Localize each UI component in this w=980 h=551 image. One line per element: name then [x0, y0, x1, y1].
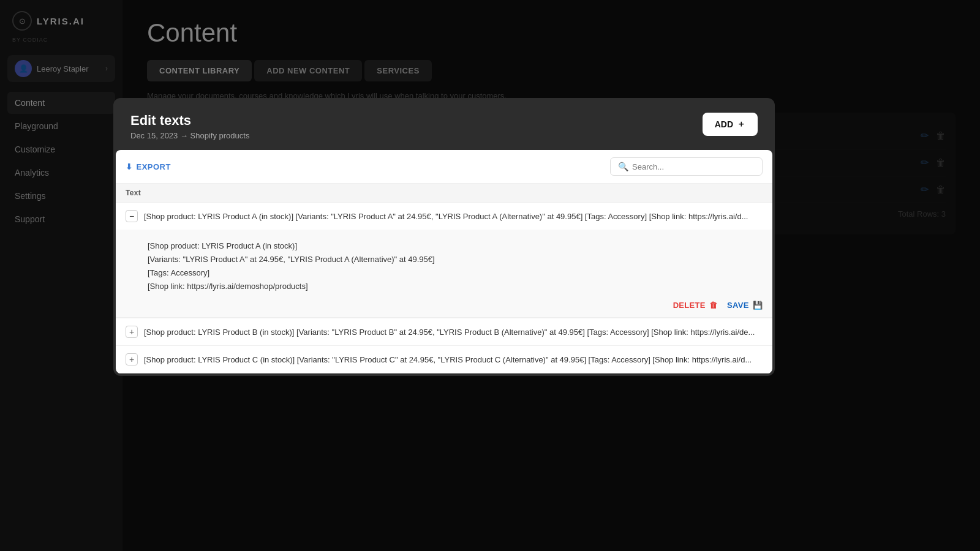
- row-c-summary[interactable]: + [Shop product: LYRIS Product C (in sto…: [116, 346, 772, 373]
- modal-add-label: ADD: [715, 119, 733, 129]
- row-a-expanded: [Shop product: LYRIS Product A (in stock…: [116, 230, 772, 318]
- table-row: + [Shop product: LYRIS Product B (in sto…: [116, 318, 772, 346]
- delete-label: DELETE: [673, 301, 706, 310]
- row-a-summary[interactable]: − [Shop product: LYRIS Product A (in sto…: [116, 203, 772, 230]
- edit-texts-modal: Edit texts Dec 15, 2023 → Shopify produc…: [113, 98, 775, 376]
- save-label: SAVE: [727, 301, 749, 310]
- row-b-toggle[interactable]: +: [126, 326, 138, 338]
- export-label: EXPORT: [137, 162, 171, 171]
- search-icon: 🔍: [618, 162, 628, 171]
- row-a-save-button[interactable]: SAVE 💾: [727, 301, 763, 310]
- row-a-full-text: [Shop product: LYRIS Product A (in stock…: [148, 239, 763, 293]
- row-a-text: [Shop product: LYRIS Product A (in stock…: [144, 212, 763, 221]
- modal-title: Edit texts: [130, 113, 249, 129]
- modal-add-button[interactable]: ADD ＋: [703, 113, 758, 136]
- modal-body: ⬇ EXPORT 🔍 Text − [Shop product: LYRIS P…: [116, 150, 772, 373]
- table-row: + [Shop product: LYRIS Product C (in sto…: [116, 346, 772, 373]
- row-c-text: [Shop product: LYRIS Product C (in stock…: [144, 355, 763, 364]
- row-a-actions: DELETE 🗑 SAVE 💾: [148, 293, 763, 317]
- modal-header: Edit texts Dec 15, 2023 → Shopify produc…: [113, 98, 775, 150]
- modal-toolbar: ⬇ EXPORT 🔍: [116, 150, 772, 184]
- modal-subtitle: Dec 15, 2023 → Shopify products: [130, 131, 249, 140]
- table-row: − [Shop product: LYRIS Product A (in sto…: [116, 203, 772, 318]
- row-a-toggle[interactable]: −: [126, 210, 138, 222]
- row-a-delete-button[interactable]: DELETE 🗑: [673, 301, 717, 310]
- search-input[interactable]: [632, 162, 755, 171]
- plus-icon: ＋: [737, 119, 745, 130]
- export-icon: ⬇: [126, 162, 133, 171]
- trash-icon: 🗑: [709, 301, 717, 310]
- table-column-text: Text: [116, 184, 772, 203]
- save-icon: 💾: [753, 301, 763, 310]
- search-box: 🔍: [610, 157, 763, 176]
- row-b-summary[interactable]: + [Shop product: LYRIS Product B (in sto…: [116, 318, 772, 345]
- export-button[interactable]: ⬇ EXPORT: [126, 162, 171, 171]
- row-c-toggle[interactable]: +: [126, 353, 138, 365]
- row-b-text: [Shop product: LYRIS Product B (in stock…: [144, 328, 763, 337]
